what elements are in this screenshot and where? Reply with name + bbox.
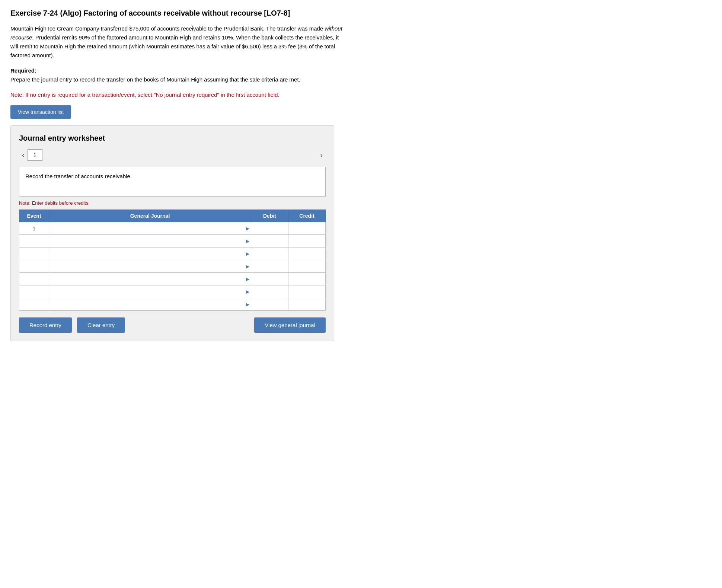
table-row: ▶ (19, 298, 326, 311)
general-journal-input[interactable] (51, 285, 251, 298)
event-cell (19, 298, 49, 311)
credit-input[interactable] (288, 285, 325, 298)
next-tab-button[interactable]: › (317, 150, 326, 160)
debit-input[interactable] (251, 298, 288, 310)
credit-cell[interactable] (288, 235, 326, 247)
general-journal-cell[interactable]: ▶ (49, 260, 251, 273)
credit-cell[interactable] (288, 298, 326, 311)
general-journal-cell[interactable]: ▶ (49, 298, 251, 311)
credit-cell[interactable] (288, 222, 326, 235)
journal-table: Event General Journal Debit Credit 1▶▶▶▶… (19, 210, 326, 311)
description: Mountain High Ice Cream Company transfer… (10, 24, 345, 60)
description-text-1: Mountain High Ice Cream Company transfer… (10, 25, 325, 32)
journal-entry-worksheet: Journal entry worksheet ‹ 1 › Record the… (10, 125, 334, 341)
credit-column-header: Credit (288, 210, 326, 222)
event-cell (19, 273, 49, 285)
view-general-journal-button[interactable]: View general journal (254, 317, 326, 333)
prev-tab-button[interactable]: ‹ (19, 150, 28, 160)
credit-cell[interactable] (288, 260, 326, 273)
event-column-header: Event (19, 210, 49, 222)
table-row: ▶ (19, 285, 326, 298)
event-cell (19, 285, 49, 298)
general-journal-input[interactable] (51, 222, 251, 234)
debit-cell[interactable] (251, 285, 288, 298)
event-cell: 1 (19, 222, 49, 235)
event-cell (19, 235, 49, 247)
debit-cell[interactable] (251, 273, 288, 285)
required-label: Required: (10, 67, 712, 74)
debit-input[interactable] (251, 247, 288, 260)
tab-navigation: ‹ 1 › (19, 149, 326, 161)
general-journal-input[interactable] (51, 247, 251, 260)
view-transaction-button[interactable]: View transaction list (10, 105, 71, 119)
worksheet-description-box: Record the transfer of accounts receivab… (19, 167, 326, 196)
action-buttons-row: Record entry Clear entry View general jo… (19, 317, 326, 333)
clear-entry-button[interactable]: Clear entry (77, 317, 125, 333)
event-cell (19, 247, 49, 260)
credit-cell[interactable] (288, 285, 326, 298)
debit-cell[interactable] (251, 222, 288, 235)
debit-cell[interactable] (251, 235, 288, 247)
table-row: ▶ (19, 247, 326, 260)
required-text: Prepare the journal entry to record the … (10, 75, 345, 84)
credit-input[interactable] (288, 298, 325, 310)
table-row: ▶ (19, 260, 326, 273)
credit-cell[interactable] (288, 247, 326, 260)
debit-cell[interactable] (251, 247, 288, 260)
credit-input[interactable] (288, 222, 325, 234)
debit-input[interactable] (251, 235, 288, 247)
general-journal-input[interactable] (51, 235, 251, 247)
worksheet-description-text: Record the transfer of accounts receivab… (25, 173, 132, 179)
general-journal-cell[interactable]: ▶ (49, 222, 251, 235)
current-tab: 1 (28, 149, 42, 161)
credit-input[interactable] (288, 273, 325, 285)
general-journal-column-header: General Journal (49, 210, 251, 222)
debit-cell[interactable] (251, 298, 288, 311)
debit-input[interactable] (251, 285, 288, 298)
table-row: ▶ (19, 273, 326, 285)
table-row: ▶ (19, 235, 326, 247)
general-journal-cell[interactable]: ▶ (49, 273, 251, 285)
description-text-2: . Prudential remits 90% of the factored … (10, 34, 339, 58)
general-journal-cell[interactable]: ▶ (49, 235, 251, 247)
debit-input[interactable] (251, 260, 288, 272)
debit-input[interactable] (251, 222, 288, 234)
worksheet-title: Journal entry worksheet (19, 134, 326, 143)
table-row: 1▶ (19, 222, 326, 235)
credit-input[interactable] (288, 247, 325, 260)
event-cell (19, 260, 49, 273)
general-journal-input[interactable] (51, 273, 251, 285)
general-journal-cell[interactable]: ▶ (49, 247, 251, 260)
general-journal-input[interactable] (51, 298, 251, 310)
general-journal-input[interactable] (51, 260, 251, 272)
debit-input[interactable] (251, 273, 288, 285)
credit-cell[interactable] (288, 273, 326, 285)
debit-cell[interactable] (251, 260, 288, 273)
credit-input[interactable] (288, 260, 325, 272)
general-journal-cell[interactable]: ▶ (49, 285, 251, 298)
debit-column-header: Debit (251, 210, 288, 222)
page-title: Exercise 7-24 (Algo) Factoring of accoun… (10, 9, 712, 17)
required-note: Note: If no entry is required for a tran… (10, 92, 712, 98)
debits-before-credits-note: Note: Enter debits before credits. (19, 200, 326, 206)
record-entry-button[interactable]: Record entry (19, 317, 72, 333)
credit-input[interactable] (288, 235, 325, 247)
